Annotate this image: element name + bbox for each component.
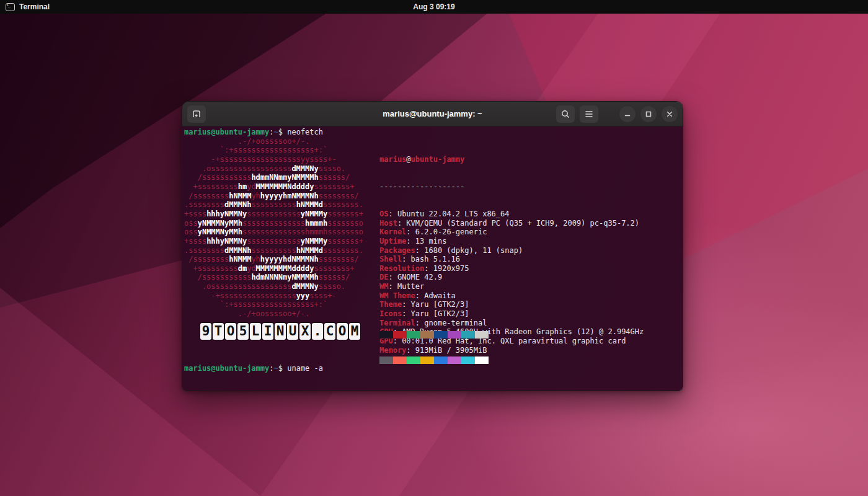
watermark-char: O xyxy=(337,323,348,340)
ascii-art: .-/+oossssoo+/-. `:+ssssssssssssssssss+:… xyxy=(184,137,363,319)
prompt-dollar: $ xyxy=(278,128,287,136)
watermark-char: 5 xyxy=(237,323,249,340)
terminal-body[interactable]: marius@ubuntu-jammy:~$ neofetch .-/+ooss… xyxy=(182,126,683,391)
prompt-colon: : xyxy=(269,128,273,136)
neofetch-field: Uptime: 13 mins xyxy=(379,237,644,246)
neofetch-field: OS: Ubuntu 22.04.2 LTS x86_64 xyxy=(379,210,644,219)
watermark-char: . xyxy=(312,323,323,340)
neofetch-field: DE: GNOME 42.9 xyxy=(379,273,644,282)
top-bar: Terminal Aug 3 09:19 xyxy=(0,0,868,14)
watermark-char: N xyxy=(275,323,286,340)
prompt-user-host: marius@ubuntu-jammy xyxy=(184,364,269,373)
maximize-icon xyxy=(645,111,652,117)
neofetch-field: Shell: bash 5.1.16 xyxy=(379,255,644,264)
watermark-char: L xyxy=(250,323,261,340)
prompt-dollar: $ xyxy=(278,364,287,373)
palette-swatch xyxy=(461,331,475,339)
terminal-window: marius@ubuntu-jammy: ~ xyxy=(182,101,683,391)
window-headerbar[interactable]: marius@ubuntu-jammy: ~ xyxy=(182,102,683,126)
palette-swatch xyxy=(475,331,489,339)
palette-swatch xyxy=(434,331,448,339)
neofetch-title-user: marius xyxy=(379,155,406,164)
maximize-button[interactable] xyxy=(640,106,657,122)
prompt-line-neofetch: marius@ubuntu-jammy:~$ neofetch xyxy=(184,128,323,137)
new-tab-button[interactable] xyxy=(187,105,206,123)
neofetch-field: WM Theme: Adwaita xyxy=(379,291,644,301)
watermark-char: O xyxy=(225,323,236,340)
neofetch-title-host: ubuntu-jammy xyxy=(411,155,465,164)
neofetch-field: Host: KVM/QEMU (Standard PC (Q35 + ICH9,… xyxy=(379,219,644,228)
prompt-colon: : xyxy=(269,364,273,373)
neofetch-field: Packages: 1680 (dpkg), 11 (snap) xyxy=(379,246,644,255)
palette-swatch xyxy=(420,331,434,339)
command-uname: uname -a xyxy=(287,364,323,373)
watermark-char: T xyxy=(213,323,224,340)
prompt-user-host: marius@ubuntu-jammy xyxy=(184,128,269,136)
watermark: 9TO5LINUX.COM xyxy=(200,323,360,340)
hamburger-menu-icon xyxy=(585,110,593,118)
prompt-path: ~ xyxy=(274,364,278,373)
close-icon xyxy=(666,111,673,117)
menu-button[interactable] xyxy=(580,105,598,123)
prompt-line-uname: marius@ubuntu-jammy:~$ uname -a xyxy=(184,364,663,373)
palette-swatch xyxy=(407,331,420,339)
uname-block: marius@ubuntu-jammy:~$ uname -a Linux ub… xyxy=(184,346,663,391)
new-tab-icon xyxy=(192,109,202,119)
command-neofetch: neofetch xyxy=(287,128,323,136)
neofetch-title: marius@ubuntu-jammy xyxy=(379,155,644,164)
minimize-button[interactable] xyxy=(619,106,636,122)
clock[interactable]: Aug 3 09:19 xyxy=(0,2,868,11)
minimize-icon xyxy=(624,111,631,117)
watermark-char: U xyxy=(287,323,298,340)
palette-swatch xyxy=(379,331,393,339)
watermark-char: I xyxy=(262,323,273,340)
palette-swatch xyxy=(448,331,461,339)
prompt-path: ~ xyxy=(274,128,278,136)
neofetch-field: Resolution: 1920x975 xyxy=(379,264,644,273)
search-button[interactable] xyxy=(556,105,575,123)
close-button[interactable] xyxy=(662,106,678,122)
watermark-char: 9 xyxy=(200,323,211,340)
neofetch-title-at: @ xyxy=(406,155,410,164)
neofetch-separator: ------------------- xyxy=(379,182,644,192)
watermark-char: C xyxy=(324,323,335,340)
palette-swatch xyxy=(393,331,407,339)
neofetch-field: WM: Mutter xyxy=(379,282,644,291)
neofetch-field: Theme: Yaru [GTK2/3] xyxy=(379,300,644,309)
watermark-char: X xyxy=(299,323,311,340)
watermark-char: M xyxy=(349,323,360,340)
search-icon xyxy=(560,109,570,119)
palette-row-normal xyxy=(379,331,489,339)
neofetch-field: Kernel: 6.2.0-26-generic xyxy=(379,228,644,237)
